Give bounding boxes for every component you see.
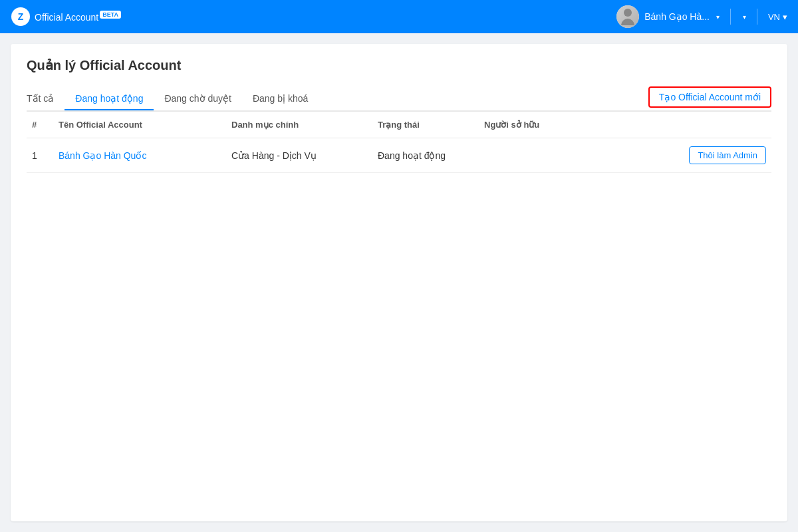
app-header: Z Official AccountBETA Bánh Gạo Hà... ▾ …	[0, 0, 798, 33]
page-title: Quản lý Official Account	[27, 57, 771, 73]
row-status: Đang hoạt động	[372, 138, 479, 173]
tab-locked[interactable]: Đang bị khoá	[242, 88, 319, 110]
product-name: Official AccountBETA	[35, 11, 121, 23]
beta-badge: BETA	[100, 11, 121, 19]
row-owner	[479, 138, 598, 173]
svg-text:Z: Z	[18, 11, 24, 22]
notification-dropdown-arrow[interactable]: ▾	[743, 13, 746, 21]
user-name-label: Bánh Gạo Hà...	[644, 11, 710, 22]
main-wrapper: Quản lý Official Account Tất cả Đang hoạ…	[0, 33, 798, 532]
col-header-owner: Người sở hữu	[479, 112, 598, 138]
tabs-bar: Tất cả Đang hoạt động Đang chờ duyệt Đan…	[27, 86, 771, 111]
content-card: Quản lý Official Account Tất cả Đang hoạ…	[11, 44, 787, 521]
row-action: Thôi làm Admin	[598, 138, 771, 173]
table-row: 1 Bánh Gạo Hàn Quốc Cửa Hàng - Dịch Vụ Đ…	[27, 138, 771, 173]
row-num: 1	[27, 138, 53, 173]
lang-arrow: ▾	[783, 12, 787, 22]
zalo-logo: Z Official AccountBETA	[11, 7, 121, 27]
header-right: Bánh Gạo Hà... ▾ ▾ VN ▾	[616, 5, 787, 28]
resign-admin-button[interactable]: Thôi làm Admin	[689, 146, 766, 164]
row-account-name: Bánh Gạo Hàn Quốc	[53, 138, 226, 173]
zalo-icon: Z	[11, 7, 31, 27]
avatar	[616, 5, 639, 28]
tab-active[interactable]: Đang hoạt động	[65, 88, 154, 110]
language-selector[interactable]: VN ▾	[768, 12, 787, 22]
col-header-num: #	[27, 112, 53, 138]
col-header-name: Tên Official Account	[53, 112, 226, 138]
header-left: Z Official AccountBETA	[11, 7, 121, 27]
col-header-status: Trạng thái	[372, 112, 479, 138]
header-divider2	[757, 9, 757, 25]
tab-all[interactable]: Tất cả	[27, 88, 65, 110]
header-divider	[730, 9, 731, 25]
create-account-button[interactable]: Tạo Official Account mới	[648, 86, 771, 108]
table-header-row: # Tên Official Account Danh mục chính Tr…	[27, 112, 771, 138]
tabs-left: Tất cả Đang hoạt động Đang chờ duyệt Đan…	[27, 88, 319, 110]
accounts-table: # Tên Official Account Danh mục chính Tr…	[27, 111, 771, 173]
account-name-link[interactable]: Bánh Gạo Hàn Quốc	[59, 150, 146, 161]
language-label: VN	[768, 12, 780, 22]
col-header-action	[598, 112, 771, 138]
row-category: Cửa Hàng - Dịch Vụ	[226, 138, 372, 173]
user-dropdown-arrow[interactable]: ▾	[716, 13, 720, 21]
col-header-category: Danh mục chính	[226, 112, 372, 138]
tab-pending[interactable]: Đang chờ duyệt	[154, 88, 242, 110]
